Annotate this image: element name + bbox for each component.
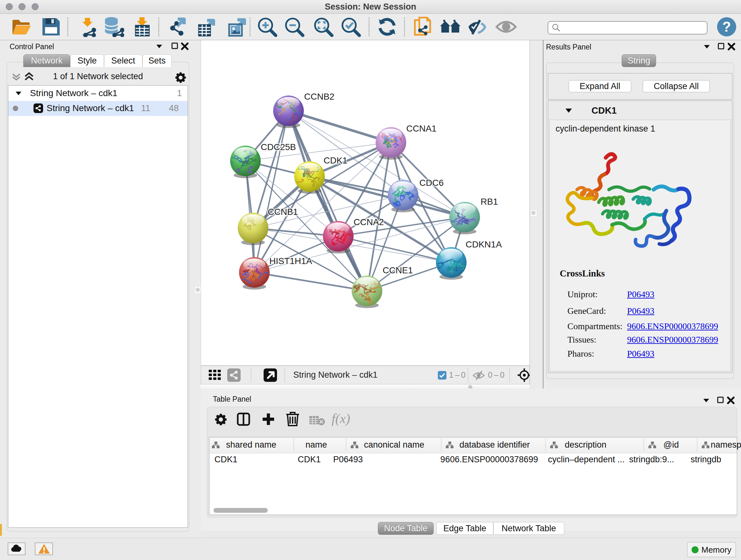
svg-text:HIST1H1A: HIST1H1A (269, 256, 312, 266)
svg-text:CCNB2: CCNB2 (304, 91, 334, 102)
svg-text:CDC6: CDC6 (419, 178, 444, 188)
svg-text:RB1: RB1 (481, 197, 498, 206)
svg-text:CCNE1: CCNE1 (383, 265, 413, 275)
svg-text:?: ? (723, 19, 731, 35)
svg-text:CCNA1: CCNA1 (406, 124, 436, 133)
svg-text:CDC25B: CDC25B (261, 142, 296, 152)
svg-text:CCNA2: CCNA2 (354, 217, 384, 227)
svg-text:CCNB1: CCNB1 (268, 207, 298, 217)
svg-text:CDK1: CDK1 (324, 155, 347, 165)
svg-text:CDKN1A: CDKN1A (466, 240, 502, 249)
